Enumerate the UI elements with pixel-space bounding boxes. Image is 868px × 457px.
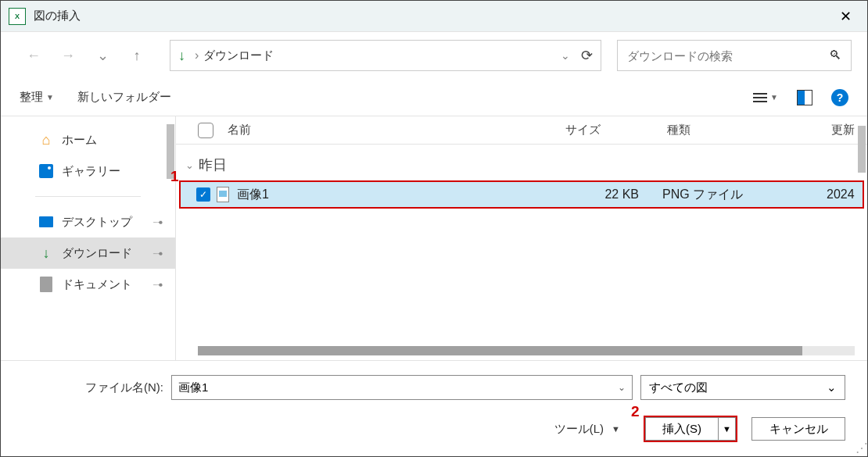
pin-icon: 📍︎	[150, 214, 166, 230]
desktop-icon	[38, 214, 54, 230]
header-size[interactable]: サイズ	[565, 123, 667, 137]
dialog-title: 図の挿入	[34, 9, 81, 23]
sidebar-item-home[interactable]: ⌂ ホーム	[1, 124, 175, 155]
sidebar-item-downloads[interactable]: ↓ ダウンロード 📍︎	[1, 237, 175, 269]
address-bar[interactable]: ↓ › ダウンロード ⌄ ⟳	[170, 40, 601, 71]
filename-input[interactable]: 画像1 ⌄	[171, 375, 633, 400]
filename-row: ファイル名(N): 画像1 ⌄ すべての図 ⌄	[23, 375, 845, 400]
document-icon	[38, 277, 54, 292]
divider	[35, 196, 141, 197]
file-checkbox[interactable]: ✓	[196, 187, 210, 202]
main-area: ⌂ ホーム ギャラリー デスクトップ 📍︎ ↓ ダウンロード 📍︎ ドキュメント	[1, 116, 867, 360]
insert-dropdown-button[interactable]: ▼	[719, 417, 736, 441]
recent-dropdown[interactable]: ⌄	[93, 46, 112, 65]
file-type: PNG ファイル	[662, 187, 827, 203]
forward-button[interactable]: →	[59, 46, 77, 65]
tools-label: ツール(L)	[554, 422, 604, 437]
up-button[interactable]: ↑	[127, 46, 146, 65]
pin-icon: 📍︎	[150, 277, 166, 292]
list-icon	[753, 93, 767, 102]
vertical-scrollbar[interactable]	[858, 126, 866, 173]
download-icon: ↓	[38, 245, 54, 261]
organize-button[interactable]: 整理 ▼	[20, 90, 54, 105]
sidebar-item-label: ギャラリー	[62, 164, 120, 179]
tools-button[interactable]: ツール(L) ▼	[554, 422, 620, 437]
gallery-icon	[38, 163, 54, 179]
sidebar-item-label: デスクトップ	[62, 215, 132, 230]
navbar: ← → ⌄ ↑ ↓ › ダウンロード ⌄ ⟳ 🔍︎	[1, 32, 867, 79]
annotation-2: 2	[631, 403, 640, 420]
chevron-down-icon: ▼	[46, 93, 54, 102]
filename-label: ファイル名(N):	[85, 380, 163, 395]
chevron-down-icon: ⌄	[185, 159, 194, 171]
sidebar-item-label: ホーム	[62, 133, 97, 148]
header-name[interactable]: 名前	[228, 123, 565, 137]
buttons-row: ツール(L) ▼ 2 挿入(S) ▼ キャンセル	[23, 416, 845, 453]
help-button[interactable]: ?	[831, 89, 848, 106]
refresh-button[interactable]: ⟳	[581, 47, 593, 64]
group-label: 昨日	[199, 155, 227, 174]
select-all-checkbox[interactable]	[198, 123, 213, 138]
close-button[interactable]: ✕	[831, 5, 859, 27]
sidebar-item-label: ドキュメント	[62, 277, 132, 292]
bottom-panel: ファイル名(N): 画像1 ⌄ すべての図 ⌄ ツール(L) ▼ 2 挿入(S)…	[1, 360, 867, 456]
search-box[interactable]: 🔍︎	[617, 40, 852, 71]
pin-icon: 📍︎	[150, 245, 166, 261]
file-type-filter[interactable]: すべての図 ⌄	[640, 375, 845, 400]
column-headers: 名前 サイズ 種類 更新	[176, 116, 867, 145]
insert-picture-dialog: X 図の挿入 ✕ ← → ⌄ ↑ ↓ › ダウンロード ⌄ ⟳ 🔍︎ 整理 ▼ …	[0, 0, 868, 457]
filter-label: すべての図	[649, 380, 708, 395]
chevron-down-icon[interactable]: ⌄	[827, 380, 837, 395]
preview-pane-button[interactable]	[797, 90, 812, 105]
back-button[interactable]: ←	[24, 46, 43, 65]
sidebar-item-desktop[interactable]: デスクトップ 📍︎	[1, 206, 175, 237]
path-separator-icon: ›	[195, 48, 199, 62]
toolbar: 整理 ▼ 新しいフォルダー ▼ ?	[1, 79, 867, 116]
file-date: 2024	[827, 187, 863, 202]
chevron-down-icon: ▼	[770, 93, 778, 102]
group-header-yesterday[interactable]: ⌄ 昨日 1	[176, 145, 867, 180]
titlebar: X 図の挿入 ✕	[1, 1, 867, 32]
annotation-1: 1	[170, 168, 179, 185]
cancel-button[interactable]: キャンセル	[751, 417, 845, 441]
file-list: 名前 サイズ 種類 更新 ⌄ 昨日 1 ✓ 画像1 22 KB PNG ファイル…	[176, 116, 867, 360]
path-text: ダウンロード	[203, 48, 561, 63]
search-icon[interactable]: 🔍︎	[829, 48, 841, 62]
excel-icon: X	[9, 8, 26, 25]
sidebar: ⌂ ホーム ギャラリー デスクトップ 📍︎ ↓ ダウンロード 📍︎ ドキュメント	[1, 116, 176, 360]
image-file-icon	[217, 187, 229, 202]
file-name: 画像1	[237, 187, 561, 203]
search-input[interactable]	[627, 49, 829, 62]
insert-button-group: 2 挿入(S) ▼	[644, 416, 737, 442]
file-size: 22 KB	[561, 187, 662, 202]
new-folder-button[interactable]: 新しいフォルダー	[77, 90, 171, 105]
chevron-down-icon: ▼	[612, 424, 620, 434]
header-type[interactable]: 種類	[667, 123, 831, 137]
new-folder-label: 新しいフォルダー	[77, 90, 171, 105]
insert-button[interactable]: 挿入(S)	[645, 417, 719, 441]
sidebar-item-gallery[interactable]: ギャラリー	[1, 155, 175, 187]
path-dropdown-icon[interactable]: ⌄	[561, 49, 570, 62]
download-folder-icon: ↓	[178, 48, 185, 64]
sidebar-item-documents[interactable]: ドキュメント 📍︎	[1, 269, 175, 300]
home-icon: ⌂	[38, 132, 54, 148]
file-row[interactable]: ✓ 画像1 22 KB PNG ファイル 2024	[179, 180, 864, 209]
horizontal-scrollbar[interactable]	[198, 346, 855, 355]
filename-value: 画像1	[178, 380, 208, 395]
organize-label: 整理	[20, 90, 43, 105]
resize-grip-icon[interactable]: ⋰	[855, 445, 866, 455]
view-mode-button[interactable]: ▼	[753, 93, 778, 102]
sidebar-item-label: ダウンロード	[62, 246, 132, 261]
chevron-down-icon[interactable]: ⌄	[618, 382, 626, 393]
